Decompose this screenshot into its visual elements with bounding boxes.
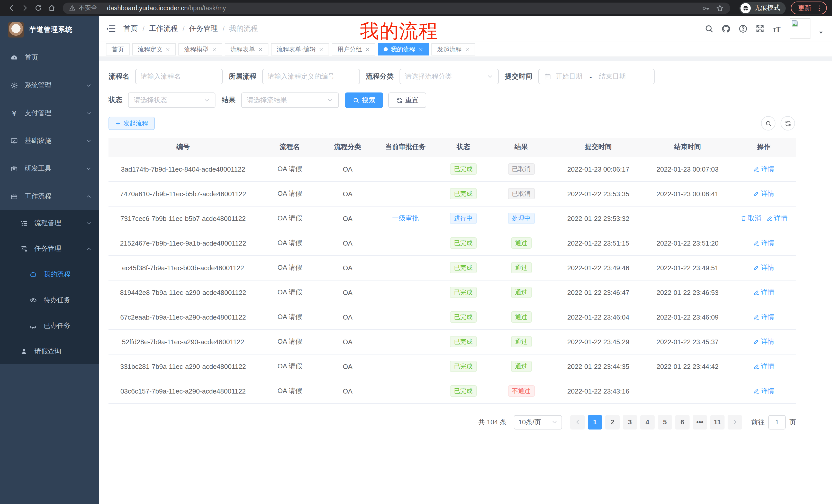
sidebar-item-研发工具[interactable]: 研发工具 — [0, 155, 99, 183]
cell-process-name: OA 请假 — [258, 255, 322, 280]
breadcrumb-item[interactable]: 工作流程 — [149, 24, 178, 33]
security-chip[interactable]: 不安全 — [69, 4, 97, 12]
sidebar-item-已办任务[interactable]: 已办任务 — [0, 313, 99, 339]
page-button-3[interactable]: 3 — [623, 415, 637, 429]
tab-流程表单[interactable]: 流程表单 — [225, 43, 268, 55]
filter-field-状态: 状态请选择状态 — [108, 92, 222, 108]
detail-action-link[interactable]: 详情 — [753, 337, 774, 346]
close-tab-icon[interactable] — [165, 47, 170, 52]
tab-用户分组[interactable]: 用户分组 — [332, 43, 375, 55]
sidebar-item-流程管理[interactable]: 流程管理 — [0, 210, 99, 236]
update-button[interactable]: 更新 — [791, 2, 827, 15]
page-ellipsis[interactable]: ••• — [693, 415, 707, 429]
bookmark-star-icon[interactable] — [716, 4, 724, 12]
close-tab-icon[interactable] — [419, 47, 423, 52]
goto-page-input[interactable] — [768, 415, 786, 429]
sidebar-item-请假查询[interactable]: 请假查询 — [0, 339, 99, 364]
tab-发起流程[interactable]: 发起流程 — [432, 43, 475, 55]
page-size-select[interactable]: 10条/页 — [514, 415, 562, 429]
placeholder-text: 请输入流程名 — [141, 72, 217, 81]
fullscreen-icon[interactable] — [756, 24, 765, 33]
close-tab-icon[interactable] — [365, 47, 370, 52]
detail-action-link[interactable]: 详情 — [753, 312, 774, 321]
sidebar-item-工作流程[interactable]: 工作流程 — [0, 183, 99, 210]
reset-button[interactable]: 重置 — [388, 92, 426, 108]
sidebar-item-基础设施[interactable]: 基础设施 — [0, 127, 99, 155]
page-button-11[interactable]: 11 — [710, 415, 725, 429]
breadcrumb-item[interactable]: 首页 — [123, 24, 138, 33]
create-process-button[interactable]: 发起流程 — [108, 117, 155, 130]
app-logo-row[interactable]: 芋道管理系统 — [0, 16, 99, 44]
cell-end-time — [643, 206, 732, 231]
toggle-search-button[interactable] — [761, 116, 775, 131]
start-date-placeholder[interactable]: 开始日期 — [555, 72, 582, 81]
cell-result: 已取消 — [489, 181, 553, 206]
sidebar-item-支付管理[interactable]: ¥支付管理 — [0, 99, 99, 127]
breadcrumb-item[interactable]: 任务管理 — [189, 24, 218, 33]
filter-select-状态[interactable]: 请选择状态 — [128, 92, 215, 108]
tab-label: 流程模型 — [184, 45, 209, 54]
status-badge: 已完成 — [450, 385, 477, 397]
sidebar-item-系统管理[interactable]: 系统管理 — [0, 72, 99, 99]
detail-action-link[interactable]: 详情 — [753, 288, 774, 297]
help-icon[interactable] — [739, 24, 748, 33]
forward-icon[interactable] — [19, 2, 31, 14]
avatar[interactable] — [790, 19, 810, 39]
date-range-picker[interactable]: 开始日期-结束日期 — [538, 69, 654, 84]
tab-流程定义[interactable]: 流程定义 — [132, 43, 176, 55]
detail-action-link[interactable]: 详情 — [753, 263, 774, 272]
filter-select-结果[interactable]: 请选择流结果 — [241, 92, 339, 108]
prev-page-button[interactable] — [570, 415, 585, 429]
tab-我的流程[interactable]: 我的流程 — [378, 43, 429, 55]
key-icon[interactable] — [701, 4, 710, 12]
page-button-5[interactable]: 5 — [658, 415, 672, 429]
detail-action-link[interactable]: 详情 — [753, 386, 774, 396]
filter-select-流程分类[interactable]: 请选择流程分类 — [399, 69, 498, 84]
page-button-1[interactable]: 1 — [588, 415, 602, 429]
next-page-button[interactable] — [728, 415, 742, 429]
sidebar-item-首页[interactable]: 首页 — [0, 44, 99, 72]
avatar-caret-icon[interactable] — [818, 30, 824, 35]
search-icon[interactable] — [705, 24, 714, 33]
address-bar[interactable]: 不安全 dashboard.yudao.iocoder.cn/bpm/task/… — [63, 2, 730, 13]
filter-input-流程名[interactable]: 请输入流程名 — [135, 69, 223, 84]
action-label: 详情 — [761, 164, 774, 174]
sidebar-item-任务管理[interactable]: 任务管理 — [0, 236, 99, 261]
close-tab-icon[interactable] — [258, 47, 263, 52]
detail-action-link[interactable]: 详情 — [753, 362, 774, 371]
table-row: 67c2eaab-7b9a-11ec-a290-acde48001122OA 请… — [108, 305, 796, 329]
close-tab-icon[interactable] — [212, 47, 216, 52]
search-button[interactable]: 搜索 — [345, 92, 383, 108]
back-icon[interactable] — [5, 2, 18, 14]
refresh-table-button[interactable] — [781, 116, 795, 131]
page-button-6[interactable]: 6 — [675, 415, 690, 429]
end-date-placeholder[interactable]: 结束日期 — [599, 72, 626, 81]
detail-action-link[interactable]: 详情 — [753, 164, 774, 174]
tab-流程模型[interactable]: 流程模型 — [178, 43, 222, 55]
sidebar-item-我的流程[interactable]: 我的流程 — [0, 261, 99, 287]
cell-end-time — [643, 379, 732, 403]
page-button-4[interactable]: 4 — [640, 415, 655, 429]
detail-action-link[interactable]: 详情 — [766, 214, 787, 223]
tab-首页[interactable]: 首页 — [106, 43, 130, 55]
reload-icon[interactable] — [32, 2, 44, 14]
detail-action-link[interactable]: 详情 — [753, 239, 774, 248]
action-label: 详情 — [774, 214, 787, 223]
close-tab-icon[interactable] — [465, 47, 469, 52]
chev-down-icon — [327, 97, 333, 103]
font-size-icon[interactable]: тT — [773, 24, 780, 33]
page-button-2[interactable]: 2 — [605, 415, 620, 429]
collapse-sidebar-icon[interactable] — [106, 24, 116, 34]
detail-action-link[interactable]: 详情 — [753, 189, 774, 198]
cancel-action-link[interactable]: 取消 — [740, 214, 761, 223]
sidebar-item-待办任务[interactable]: 待办任务 — [0, 287, 99, 313]
browser-menu-icon[interactable] — [815, 4, 823, 11]
tab-流程表单-编辑[interactable]: 流程表单-编辑 — [271, 43, 329, 55]
edit-icon — [753, 191, 759, 197]
github-icon[interactable] — [722, 24, 731, 33]
home-icon[interactable] — [45, 2, 58, 14]
close-tab-icon[interactable] — [319, 47, 323, 52]
current-task-link[interactable]: 一级审批 — [392, 214, 419, 222]
status-badge: 已完成 — [450, 262, 477, 273]
filter-input-所属流程[interactable]: 请输入流程定义的编号 — [262, 69, 360, 84]
